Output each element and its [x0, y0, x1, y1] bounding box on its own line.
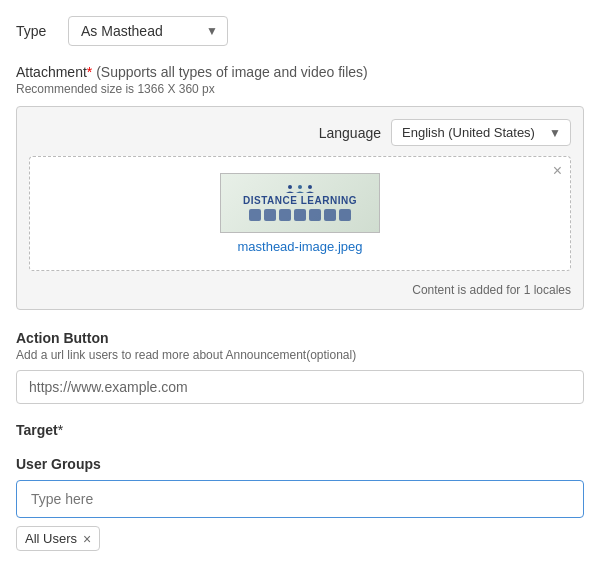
action-button-subtitle: Add a url link users to read more about … [16, 348, 584, 362]
action-button-section: Action Button Add a url link users to re… [16, 330, 584, 404]
target-section: Target* [16, 422, 584, 438]
attachment-box: Language English (United States) ▼ × [16, 106, 584, 310]
type-label: Type [16, 23, 56, 39]
masthead-icon-6 [324, 209, 336, 221]
person-icon-2 [296, 185, 304, 193]
masthead-icon-2 [264, 209, 276, 221]
svg-point-1 [298, 185, 302, 189]
tag-label-all-users: All Users [25, 531, 77, 546]
image-container: × DISTANCE LEARNING [29, 156, 571, 271]
attachment-title: Attachment* (Supports all types of image… [16, 64, 584, 80]
type-select-wrapper: As Masthead ▼ [68, 16, 228, 46]
attachment-supports-text: (Supports all types of image and video f… [96, 64, 368, 80]
attachment-recommended-size: Recommended size is 1366 X 360 px [16, 82, 584, 96]
masthead-image-preview: DISTANCE LEARNING [220, 173, 380, 233]
user-groups-label: User Groups [16, 456, 584, 472]
masthead-icon-1 [249, 209, 261, 221]
tag-remove-all-users[interactable]: × [83, 532, 91, 546]
masthead-icon-3 [279, 209, 291, 221]
target-required-marker: * [58, 422, 63, 438]
action-button-title: Action Button [16, 330, 584, 346]
user-groups-section: User Groups All Users × [16, 456, 584, 551]
image-filename-link[interactable]: masthead-image.jpeg [237, 239, 362, 254]
target-label: Target [16, 422, 58, 438]
person-icon-3 [306, 185, 314, 193]
type-select[interactable]: As Masthead [68, 16, 228, 46]
user-groups-tag-all-users: All Users × [16, 526, 100, 551]
masthead-icon-7 [339, 209, 351, 221]
language-label: Language [319, 125, 381, 141]
masthead-icon-4 [294, 209, 306, 221]
image-close-button[interactable]: × [553, 163, 562, 179]
language-select-wrapper: English (United States) ▼ [391, 119, 571, 146]
user-groups-input-box [16, 480, 584, 518]
masthead-image-text: DISTANCE LEARNING [243, 195, 357, 206]
attachment-required-marker: * [87, 64, 92, 80]
svg-point-2 [308, 185, 312, 189]
user-groups-input[interactable] [31, 491, 569, 507]
language-row: Language English (United States) ▼ [29, 119, 571, 146]
language-select[interactable]: English (United States) [391, 119, 571, 146]
person-icon-1 [286, 185, 294, 193]
svg-point-0 [288, 185, 292, 189]
masthead-icon-5 [309, 209, 321, 221]
locale-info: Content is added for 1 locales [29, 279, 571, 297]
user-groups-tags-row: All Users × [16, 526, 584, 551]
masthead-icons-row [249, 209, 351, 221]
attachment-section: Attachment* (Supports all types of image… [16, 64, 584, 310]
type-field-row: Type As Masthead ▼ [16, 16, 584, 46]
action-button-url-input[interactable] [16, 370, 584, 404]
